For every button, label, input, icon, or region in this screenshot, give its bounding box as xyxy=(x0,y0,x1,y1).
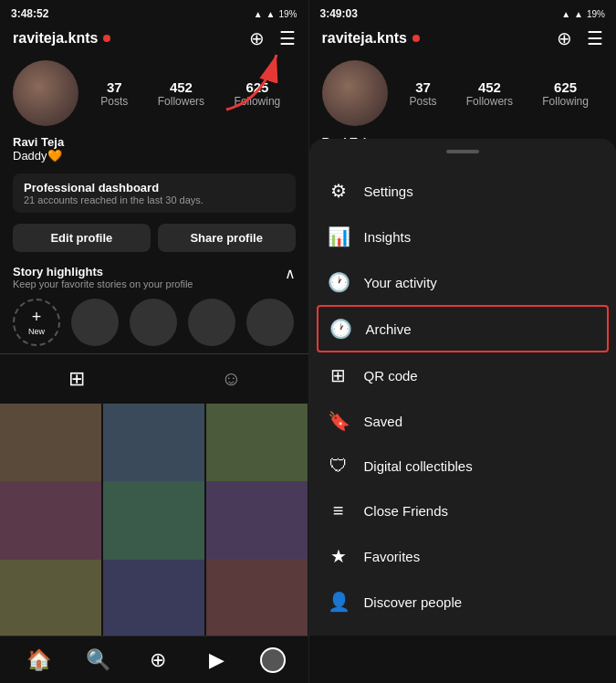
grid-tab-left[interactable]: ⊞ xyxy=(0,362,154,396)
header-icons-left: ⊕ ☰ xyxy=(249,29,296,47)
nav-home-left[interactable]: 🏠 xyxy=(23,644,56,677)
menu-icon-right[interactable]: ☰ xyxy=(587,29,603,47)
followers-label-right: Followers xyxy=(466,95,513,108)
username-area-left: raviteja.knts xyxy=(13,30,110,47)
following-label-left: Following xyxy=(235,95,281,108)
menu-item-saved[interactable]: 🔖 Saved xyxy=(309,398,617,444)
nav-reels-left[interactable]: ▶ xyxy=(201,644,234,677)
status-icons-left: ▲ ▲ 19% xyxy=(254,9,298,19)
stats-row-left: 37 Posts 452 Followers 625 Following xyxy=(0,53,308,133)
menu-item-activity[interactable]: 🕐 Your activity xyxy=(309,259,617,305)
highlights-row-left: + New xyxy=(0,291,308,353)
followers-value-left: 452 xyxy=(170,79,193,95)
tagged-tab-left[interactable]: ☺ xyxy=(154,362,308,396)
qrcode-label: QR code xyxy=(364,368,418,384)
story-circle-4-left[interactable] xyxy=(246,299,294,346)
highlights-title-left: Story highlights xyxy=(13,265,193,278)
activity-icon: 🕐 xyxy=(328,271,350,293)
followers-label-left: Followers xyxy=(158,95,204,108)
nav-profile-left[interactable] xyxy=(260,647,286,673)
status-bar-right: 3:49:03 ▲ ▲ 19% xyxy=(309,0,617,26)
battery-text-right: 19% xyxy=(587,9,605,19)
favorites-icon: ★ xyxy=(328,545,350,567)
posts-label-left: Posts xyxy=(100,95,128,108)
edit-profile-btn-left[interactable]: Edit profile xyxy=(13,224,151,252)
new-story-btn-left[interactable]: + New xyxy=(13,299,60,346)
bio-text-left: Daddy🧡 xyxy=(13,149,296,163)
qrcode-icon: ⊞ xyxy=(328,364,350,386)
avatar-img-right xyxy=(322,60,388,126)
dashboard-title-left: Professional dashboard xyxy=(24,181,285,194)
following-value-left: 625 xyxy=(245,79,268,95)
menu-item-insights[interactable]: 📊 Insights xyxy=(309,214,617,259)
username-area-right: raviteja.knts xyxy=(322,30,420,47)
nav-add-left[interactable]: ⊕ xyxy=(141,644,174,677)
settings-icon: ⚙ xyxy=(328,180,350,202)
digital-label: Digital collectibles xyxy=(364,458,473,474)
post-7-left[interactable] xyxy=(0,560,101,636)
settings-label: Settings xyxy=(364,184,413,199)
stats-row-right: 37 Posts 452 Followers 625 Following xyxy=(309,53,617,133)
followers-stat-right: 452 Followers xyxy=(466,79,513,108)
story-circle-3-left[interactable] xyxy=(188,299,235,346)
add-icon-right[interactable]: ⊕ xyxy=(557,29,572,47)
profile-header-right: raviteja.knts ⊕ ☰ xyxy=(309,26,617,53)
menu-icon-left[interactable]: ☰ xyxy=(279,29,296,47)
tagged-icon-left: ☺ xyxy=(221,367,241,391)
discover-label: Discover people xyxy=(364,594,463,610)
bio-area-left: Ravi Teja Daddy🧡 xyxy=(0,133,308,170)
new-label-left: New xyxy=(28,327,45,336)
friends-icon: ≡ xyxy=(328,500,350,521)
menu-item-friends[interactable]: ≡ Close Friends xyxy=(309,489,617,533)
highlights-text-left: Story highlights Keep your favorite stor… xyxy=(13,265,193,289)
story-circle-1-left[interactable] xyxy=(71,299,119,346)
dashboard-sub-left: 21 accounts reached in the last 30 days. xyxy=(24,194,285,205)
post-9-left[interactable] xyxy=(206,560,308,636)
avatar-right xyxy=(322,60,388,126)
post-8-left[interactable] xyxy=(103,560,204,636)
profile-header-left: raviteja.knts ⊕ ☰ xyxy=(0,26,308,53)
menu-handle xyxy=(446,150,479,153)
saved-icon: 🔖 xyxy=(328,410,350,432)
dashboard-left[interactable]: Professional dashboard 21 accounts reach… xyxy=(13,173,296,213)
menu-item-qrcode[interactable]: ⊞ QR code xyxy=(309,352,617,398)
menu-item-settings[interactable]: ⚙ Settings xyxy=(309,168,617,214)
grid-icon-left: ⊞ xyxy=(68,367,85,391)
menu-sheet: ⚙ Settings 📊 Insights 🕐 Your activity 🕐 … xyxy=(309,139,617,636)
posts-value-left: 37 xyxy=(107,79,122,95)
insights-icon: 📊 xyxy=(328,226,350,247)
highlights-header-left: Story highlights Keep your favorite stor… xyxy=(0,259,308,291)
wifi-icon-right: ▲ xyxy=(561,9,570,19)
share-profile-btn-left[interactable]: Share profile xyxy=(158,224,296,252)
add-icon-left[interactable]: ⊕ xyxy=(249,29,265,47)
menu-item-discover[interactable]: 👤 Discover people xyxy=(309,579,617,625)
posts-stat-left: 37 Posts xyxy=(100,79,128,108)
action-buttons-left: Edit profile Share profile xyxy=(0,216,308,259)
status-time-left: 3:48:52 xyxy=(11,7,48,20)
menu-item-archive[interactable]: 🕐 Archive xyxy=(318,307,608,351)
avatar-left xyxy=(13,60,78,126)
followers-stat-left: 452 Followers xyxy=(158,79,204,108)
left-panel: 3:48:52 ▲ ▲ 19% raviteja.knts ⊕ ☰ 37 Pos… xyxy=(0,0,308,683)
right-panel: 3:49:03 ▲ ▲ 19% raviteja.knts ⊕ ☰ 37 Pos… xyxy=(308,0,617,683)
nav-search-left[interactable]: 🔍 xyxy=(82,644,115,677)
status-time-right: 3:49:03 xyxy=(320,7,358,20)
story-circle-2-left[interactable] xyxy=(130,299,177,346)
highlights-sub-left: Keep your favorite stories on your profi… xyxy=(13,278,193,289)
insights-label: Insights xyxy=(364,229,412,245)
menu-item-digital[interactable]: 🛡 Digital collectibles xyxy=(309,444,617,489)
plus-icon-left: + xyxy=(32,309,42,325)
header-icons-right: ⊕ ☰ xyxy=(557,29,603,47)
favorites-label: Favorites xyxy=(364,549,421,564)
saved-label: Saved xyxy=(364,414,403,429)
highlights-chevron-left: ∧ xyxy=(285,265,296,282)
archive-icon: 🕐 xyxy=(329,318,351,340)
posts-value-right: 37 xyxy=(415,79,431,95)
battery-text: 19% xyxy=(278,9,297,19)
signal-icon: ▲ xyxy=(266,9,276,19)
wifi-icon: ▲ xyxy=(254,9,263,19)
status-bar-left: 3:48:52 ▲ ▲ 19% xyxy=(0,0,308,26)
menu-item-favorites[interactable]: ★ Favorites xyxy=(309,533,617,579)
followers-value-right: 452 xyxy=(478,79,501,95)
bio-name-left: Ravi Teja xyxy=(13,135,296,149)
